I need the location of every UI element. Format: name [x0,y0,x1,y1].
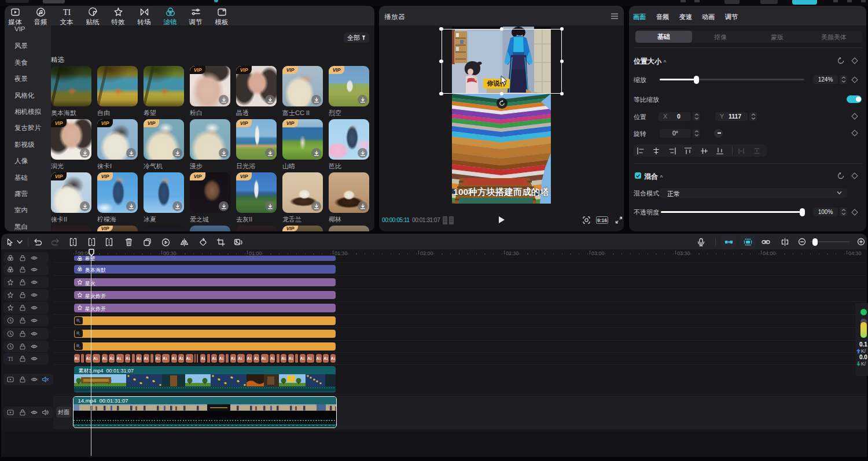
svg-text:TI: TI [62,8,71,17]
svg-text:100种方块搭建而成的塔: 100种方块搭建而成的塔 [453,187,549,197]
svg-text:TI: TI [8,356,13,362]
